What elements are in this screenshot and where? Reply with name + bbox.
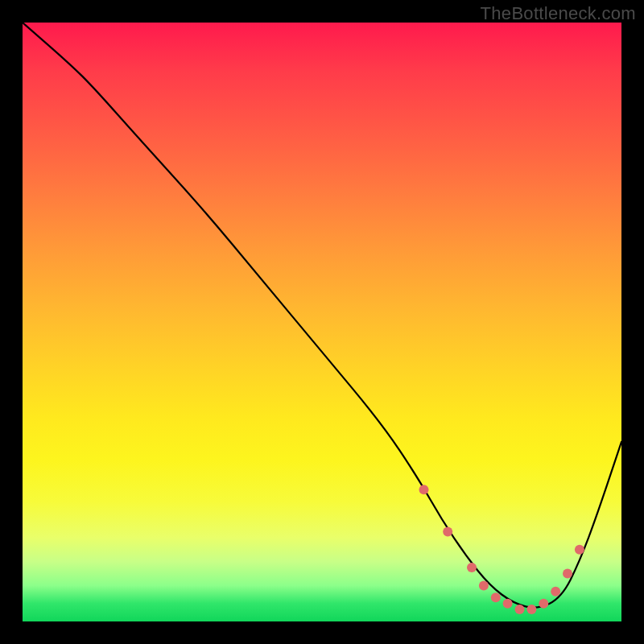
marker-dot [467,563,477,572]
marker-dot [491,592,501,602]
marker-dot [443,526,452,536]
marker-dot [515,605,525,614]
watermark-text: TheBottleneck.com [481,3,636,24]
bottleneck-curve [23,23,621,608]
chart-frame: TheBottleneck.com [0,0,644,644]
marker-dot [479,580,489,590]
marker-dot [575,545,584,555]
marker-dot [419,485,429,494]
marker-dot [539,599,548,609]
marker-dot [563,569,572,579]
marker-dot [526,605,536,614]
plot-area [23,23,621,621]
marker-dot [503,599,513,609]
marker-dot [551,587,560,597]
chart-svg [23,23,621,621]
